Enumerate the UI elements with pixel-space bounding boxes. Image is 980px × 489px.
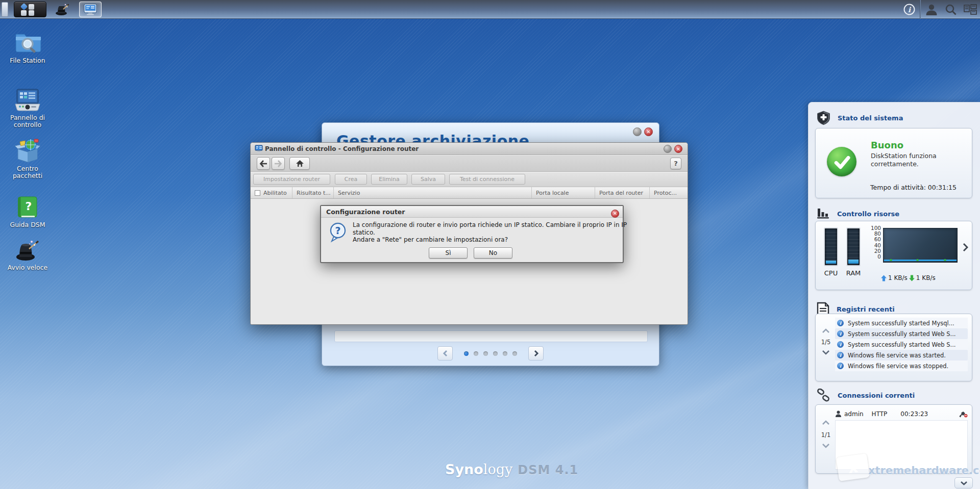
pilot-view-button[interactable] [961,2,980,17]
select-all-checkbox[interactable] [255,190,260,196]
info-icon: i [837,320,844,326]
shield-icon [817,111,830,125]
chevron-left-icon [443,350,448,357]
system-status-card: Buono DiskStation funziona correttamente… [815,128,972,198]
minimize-button[interactable] [633,127,642,136]
column-header-protocol[interactable]: Protoc... [650,187,688,198]
desktop-icon-dsm-help[interactable]: ? Guida DSM [3,195,52,228]
save-button[interactable]: Salva [411,174,445,185]
widget-heading: Stato del sistema [838,114,903,122]
main-menu-button[interactable] [14,2,46,17]
log-row: i System successfully started Mysql... [835,318,968,328]
minimize-button[interactable] [664,145,672,153]
close-icon[interactable]: ✕ [644,127,653,136]
no-button[interactable]: No [474,247,512,259]
widget-sidebar: Stato del sistema Buono DiskStation funz… [808,102,980,489]
show-desktop-button[interactable] [2,2,8,17]
connections-page-indicator: 1/1 [821,431,831,439]
back-button[interactable] [257,157,270,170]
desktop-icon-label: Avvio veloce [3,264,52,271]
page-previous-button[interactable] [437,346,453,361]
taskbar-quick-start-button[interactable] [51,2,74,17]
yes-button[interactable]: Sì [429,247,468,259]
taskbar-active-app-button[interactable] [79,2,102,17]
desktop-background: i [0,0,980,489]
info-icon: i [837,352,844,358]
info-button[interactable]: i [899,2,919,17]
chevron-down-icon[interactable] [822,350,830,355]
desktop-icon-quick-start[interactable]: Avvio veloce [3,240,52,271]
chevron-up-icon[interactable] [822,328,830,333]
svg-text:?: ? [335,225,340,236]
taskbar-divider [920,0,921,19]
control-panel-toolbar: Impostazione router Crea Elimina Salva T… [251,172,688,187]
taskbar-right-cluster: i [899,0,980,19]
close-icon[interactable]: ✕ [674,145,682,153]
page-dot[interactable] [474,351,478,356]
home-icon [296,160,304,167]
watermark-text: xtremehardware.com [868,465,980,477]
storage-manager-list-panel [334,330,648,342]
chevron-down-icon[interactable] [822,443,830,448]
system-uptime: Tempo di attività: 00:31:15 [870,184,957,191]
watermark-logo: x [836,453,870,481]
forward-button[interactable] [272,157,285,170]
home-button[interactable] [289,157,310,170]
logs-page-indicator: 1/5 [821,339,831,346]
user-icon [835,410,842,418]
resource-monitor-expand-button[interactable] [962,243,968,254]
system-status-description: DiskStation funziona correttamente. [871,152,958,168]
monitor-icon [84,4,97,16]
connection-row: admin HTTP 00:23:23 [835,409,968,419]
desktop-icon-label: Pannello di controllo [3,114,52,129]
magic-hat-icon [55,3,70,16]
search-icon [945,4,957,16]
page-dot[interactable] [483,351,488,356]
page-dot[interactable] [464,351,469,356]
dialog-title: Configurazione router [326,206,405,218]
network-speed-row: 1 KB/s 1 KB/s [881,274,936,281]
help-button[interactable]: ? [670,158,681,169]
taskbar: i [0,0,980,19]
magic-hat-icon [15,240,40,262]
router-setup-button[interactable]: Impostazione router [253,174,330,185]
delete-button[interactable]: Elimina [371,174,407,185]
status-ok-icon [827,147,856,176]
back-arrow-icon [259,160,267,167]
page-dot[interactable] [503,351,507,356]
create-button[interactable]: Crea [335,174,367,185]
log-row: i System successfully started Web S... [835,328,968,339]
sidebar-collapse-tab[interactable] [954,477,973,488]
close-icon[interactable]: ✕ [611,210,619,218]
ram-gauge [846,227,861,266]
disconnect-icon[interactable] [959,411,968,418]
page-next-button[interactable] [528,346,544,361]
page-dot[interactable] [493,351,498,356]
info-icon: i [903,4,915,15]
column-header-service[interactable]: Servizio [334,187,532,198]
log-row: i System successfully started Web S... [835,339,968,350]
router-config-dialog[interactable]: Configurazione router ✕ ? La configurazi… [320,205,624,263]
network-chart-axis: 10080 6040 200 [865,225,881,260]
desktop-icon-file-station[interactable]: File Station [3,30,52,64]
user-menu-button[interactable] [922,2,941,17]
page-dot[interactable] [512,351,517,356]
column-header-enabled[interactable]: Abilitato [251,187,292,198]
chevron-up-icon[interactable] [822,420,830,425]
download-point [944,259,946,261]
widget-heading: Registri recenti [837,305,895,313]
column-header-local-port[interactable]: Porta locale [532,187,595,198]
svg-text:i: i [908,6,911,14]
upload-speed: 1 KB/s [888,274,908,281]
download-point [890,259,892,261]
desktop-icon-package-center[interactable]: Centro pacchetti [3,138,52,180]
desktop-icon-control-panel[interactable]: Pannello di controllo [3,88,52,129]
column-header-router-port[interactable]: Porta del router [595,187,650,198]
chevron-right-icon [962,243,968,252]
search-button[interactable] [941,2,961,17]
column-header-test-result[interactable]: Risultato t... [292,187,334,198]
log-list: i System successfully started Mysql... i… [835,318,968,371]
connection-test-button[interactable]: Test di connessione [449,174,525,185]
connection-user: admin [844,410,864,418]
ram-label: RAM [842,269,865,277]
